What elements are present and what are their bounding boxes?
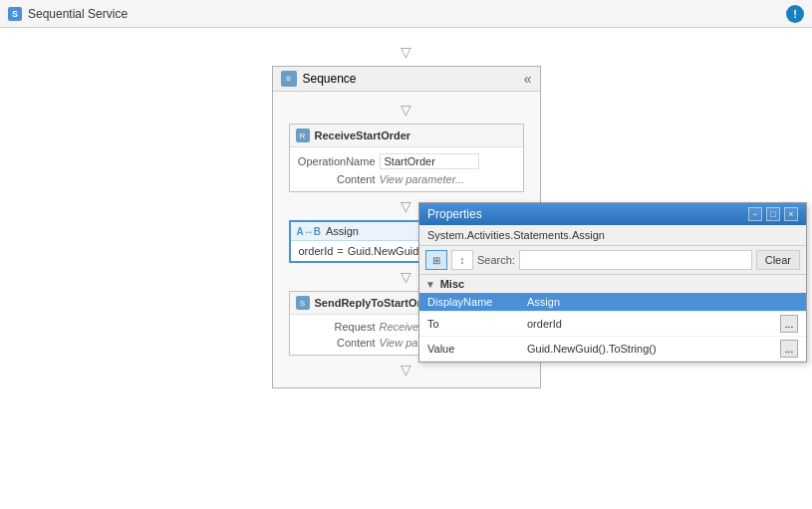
- search-input[interactable]: [519, 250, 752, 270]
- sequence-label: Sequence: [303, 72, 357, 86]
- assign-title: Assign: [326, 225, 359, 237]
- property-value-displayname: Assign: [519, 293, 772, 312]
- property-ellipsis-button-to[interactable]: ...: [780, 315, 798, 333]
- sequence-collapse-button[interactable]: «: [524, 71, 532, 87]
- assign-operator: =: [337, 245, 343, 257]
- property-btn-col-displayname: [772, 293, 806, 312]
- properties-grid-view-button[interactable]: ⊞: [425, 250, 447, 270]
- property-row-to[interactable]: ToorderId...: [419, 312, 806, 337]
- content-label: Content: [296, 173, 376, 185]
- send-content-label: Content: [296, 337, 376, 349]
- sequence-header: ≡ Sequence «: [273, 67, 540, 92]
- property-value-value[interactable]: Guid.NewGuid().ToString(): [519, 337, 772, 362]
- property-ellipsis-button-value[interactable]: ...: [780, 340, 798, 358]
- content-value[interactable]: View parameter...: [380, 173, 465, 185]
- property-btn-col-to: ...: [772, 312, 806, 337]
- properties-toolbar: ⊞ ↕ Search: Clear: [419, 246, 806, 275]
- clear-button[interactable]: Clear: [756, 250, 800, 270]
- receive-start-order-block[interactable]: R ReceiveStartOrder OperationName StartO…: [289, 124, 524, 192]
- sequence-icon: ≡: [281, 71, 297, 87]
- top-arrow: ▽: [10, 44, 802, 60]
- properties-panel: Properties − □ × System.Activities.State…: [418, 202, 807, 363]
- properties-title-controls: − □ ×: [748, 207, 798, 221]
- send-reply-icon: S: [296, 296, 310, 310]
- receive-icon: R: [296, 128, 310, 142]
- operation-label: OperationName: [296, 155, 376, 167]
- property-name-displayname: DisplayName: [419, 293, 519, 312]
- assign-icon: A↔B: [297, 226, 321, 237]
- properties-restore-button[interactable]: □: [766, 207, 780, 221]
- assign-variable: orderId: [299, 245, 334, 257]
- property-btn-col-value: ...: [772, 337, 806, 362]
- title-bar-text: Sequential Service: [28, 7, 128, 21]
- receive-header: R ReceiveStartOrder: [290, 125, 523, 147]
- properties-sort-button[interactable]: ↕: [451, 250, 473, 270]
- properties-subtitle: System.Activities.Statements.Assign: [419, 225, 806, 246]
- warning-icon[interactable]: !: [786, 5, 804, 23]
- receive-title: ReceiveStartOrder: [315, 129, 411, 141]
- property-value-to[interactable]: orderId: [519, 312, 772, 337]
- title-bar: S Sequential Service !: [0, 0, 812, 28]
- property-row-value[interactable]: ValueGuid.NewGuid().ToString()...: [419, 337, 806, 362]
- arrow-before-receive: ▽: [289, 102, 524, 118]
- operation-value: StartOrder: [380, 153, 479, 169]
- request-label: Request: [296, 321, 376, 333]
- properties-title: Properties: [427, 207, 482, 221]
- properties-title-bar: Properties − □ ×: [419, 203, 806, 225]
- app-icon: S: [8, 7, 22, 21]
- main-area: ▽ ≡ Sequence « ▽ R ReceiveStartOrder: [0, 28, 812, 509]
- properties-minimize-button[interactable]: −: [748, 207, 762, 221]
- properties-section-misc: ▼ Misc: [419, 275, 806, 293]
- receive-fields: OperationName StartOrder Content View pa…: [290, 147, 523, 191]
- property-name-value: Value: [419, 337, 519, 362]
- property-row-displayname[interactable]: DisplayNameAssign: [419, 293, 806, 312]
- content-row: Content View parameter...: [290, 171, 523, 187]
- properties-table: ▼ MiscDisplayNameAssignToorderId...Value…: [419, 275, 806, 362]
- properties-close-button[interactable]: ×: [784, 207, 798, 221]
- arrow-after-send: ▽: [289, 362, 524, 378]
- search-label: Search:: [477, 254, 515, 266]
- section-expand-icon[interactable]: ▼: [425, 279, 438, 290]
- operation-name-row: OperationName StartOrder: [290, 151, 523, 171]
- property-name-to: To: [419, 312, 519, 337]
